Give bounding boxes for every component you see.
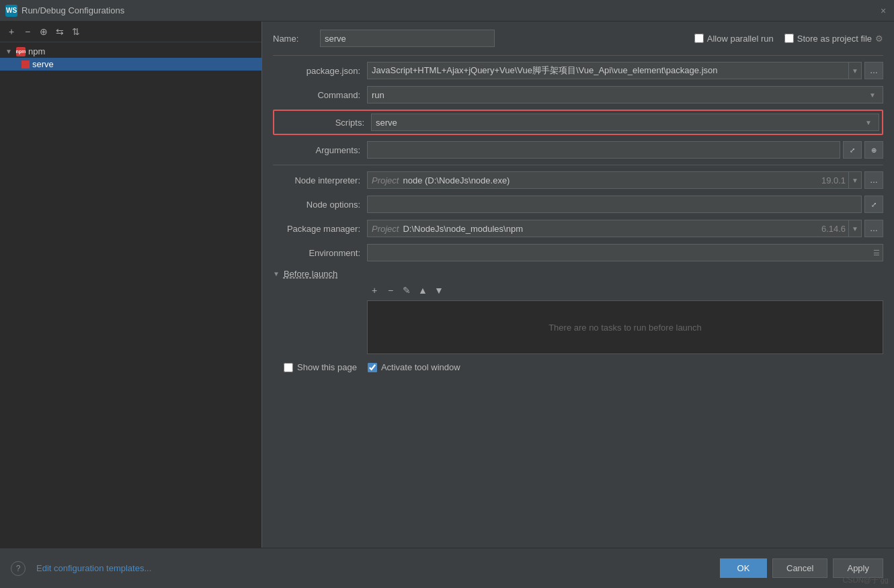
before-launch-up-button[interactable]: ▲ — [415, 283, 430, 298]
sort-config-button[interactable]: ⇅ — [69, 24, 83, 39]
command-combo[interactable]: ▼ — [367, 86, 883, 103]
command-dropdown-arrow[interactable]: ▼ — [866, 91, 879, 99]
show-this-page-label: Show this page — [297, 362, 357, 372]
before-launch-add-button[interactable]: + — [367, 283, 382, 298]
name-input[interactable] — [320, 30, 495, 47]
npm-icon: npm — [16, 47, 26, 56]
arguments-row: Arguments: ⤢ ⊕ — [273, 140, 883, 159]
store-as-project-checkbox[interactable] — [784, 34, 794, 43]
arguments-input-container[interactable] — [367, 141, 840, 159]
arguments-browse-button[interactable]: ⊕ — [864, 141, 883, 159]
edit-templates-link[interactable]: Edit configuration templates... — [36, 563, 151, 573]
node-interp-browse-button[interactable]: … — [864, 171, 883, 189]
node-interp-project-text: Project — [368, 175, 403, 185]
show-this-page-checkbox[interactable] — [284, 363, 293, 372]
footer-left: ? Edit configuration templates... — [11, 561, 720, 576]
bottom-checkboxes: Show this page Activate tool window — [273, 362, 883, 372]
command-input[interactable] — [372, 90, 866, 100]
left-toolbar: + − ⊕ ⇆ ⇅ — [0, 22, 261, 42]
node-interpreter-field: Project node (D:\NodeJs\node.exe) 19.0.1… — [367, 171, 883, 189]
activate-tool-window-checkbox[interactable] — [368, 363, 377, 372]
right-panel: Name: Allow parallel run Store as projec… — [262, 22, 894, 548]
title-bar: WS Run/Debug Configurations × — [0, 0, 894, 22]
header-checkboxes: Allow parallel run Store as project file… — [694, 34, 883, 44]
ok-button[interactable]: OK — [720, 558, 767, 578]
package-manager-label: Package manager: — [273, 224, 367, 234]
package-json-browse-button[interactable]: … — [864, 62, 883, 79]
close-button[interactable]: × — [878, 5, 889, 16]
command-label: Command: — [273, 90, 367, 100]
pkg-mgr-dropdown[interactable]: ▼ — [848, 220, 861, 237]
scripts-dropdown-arrow[interactable]: ▼ — [862, 119, 875, 126]
tree-item-npm[interactable]: ▼ npm npm — [0, 45, 261, 58]
scripts-input[interactable] — [376, 118, 862, 128]
allow-parallel-label: Allow parallel run — [707, 34, 774, 44]
node-options-label: Node options: — [273, 200, 367, 210]
before-launch-title: Before launch — [284, 269, 337, 279]
copy-config-button[interactable]: ⊕ — [36, 24, 51, 39]
arguments-label: Arguments: — [273, 145, 367, 155]
arguments-field: ⤢ ⊕ — [367, 141, 883, 159]
before-launch-edit-button[interactable]: ✎ — [399, 283, 414, 298]
package-json-row: package.json: JavaScript+HTML+Ajax+jQuer… — [273, 61, 883, 80]
tree-arrow-npm: ▼ — [5, 48, 13, 55]
main-layout: + − ⊕ ⇆ ⇅ ▼ npm npm serve Name: — [0, 22, 894, 548]
package-json-label: package.json: — [273, 66, 367, 76]
package-manager-input[interactable]: Project D:\NodeJs\node_modules\npm 6.14.… — [367, 220, 862, 237]
environment-input[interactable] — [368, 248, 870, 258]
command-row: Command: ▼ — [273, 85, 883, 104]
node-interpreter-input[interactable]: Project node (D:\NodeJs\node.exe) 19.0.1… — [367, 171, 862, 189]
arguments-input[interactable] — [368, 145, 840, 155]
environment-row: Environment: ☰ — [273, 243, 883, 262]
config-tree: ▼ npm npm serve — [0, 42, 261, 548]
move-config-button[interactable]: ⇆ — [52, 24, 67, 39]
before-launch-arrow[interactable]: ▼ — [273, 270, 280, 278]
tree-npm-label: npm — [28, 46, 45, 56]
environment-edit-icon[interactable]: ☰ — [870, 249, 883, 257]
before-launch-header: ▼ Before launch — [273, 269, 883, 279]
activate-tool-window-label: Activate tool window — [381, 362, 460, 372]
before-launch-remove-button[interactable]: − — [383, 283, 398, 298]
before-launch-area: There are no tasks to run before launch — [367, 300, 883, 354]
node-options-input[interactable] — [368, 200, 861, 210]
store-gear-icon[interactable]: ⚙ — [875, 34, 883, 44]
node-interp-dropdown[interactable]: ▼ — [848, 172, 861, 188]
package-json-field: JavaScript+HTML+Ajax+jQuery+Vue\Vue脚手架项目… — [367, 62, 883, 79]
node-options-expand-button[interactable]: ⤢ — [864, 196, 883, 213]
app-icon: WS — [5, 5, 17, 17]
divider-1 — [273, 55, 883, 56]
allow-parallel-checkbox[interactable] — [694, 34, 704, 43]
scripts-highlighted-row: Scripts: ▼ — [273, 110, 883, 135]
scripts-field: ▼ — [371, 114, 879, 131]
package-json-dropdown[interactable]: ▼ — [848, 62, 861, 79]
before-launch-empty-message: There are no tasks to run before launch — [548, 323, 702, 333]
allow-parallel-row: Allow parallel run — [694, 34, 774, 44]
footer: ? Edit configuration templates... OK Can… — [0, 548, 894, 588]
pkg-mgr-version: 6.14.6 — [821, 224, 848, 234]
before-launch-down-button[interactable]: ▼ — [432, 283, 446, 298]
remove-config-button[interactable]: − — [20, 24, 35, 39]
before-launch-toolbar: + − ✎ ▲ ▼ — [273, 283, 883, 298]
cancel-button[interactable]: Cancel — [772, 558, 827, 578]
show-this-page-row: Show this page — [284, 362, 357, 372]
command-field: ▼ — [367, 86, 883, 103]
node-options-input-container[interactable] — [367, 196, 862, 213]
package-json-input[interactable]: JavaScript+HTML+Ajax+jQuery+Vue\Vue脚手架项目… — [367, 62, 862, 79]
arguments-expand-button[interactable]: ⤢ — [843, 141, 862, 159]
left-panel: + − ⊕ ⇆ ⇅ ▼ npm npm serve — [0, 22, 262, 548]
divider-2 — [273, 165, 883, 165]
node-options-row: Node options: ⤢ — [273, 195, 883, 214]
help-button[interactable]: ? — [11, 561, 26, 576]
environment-input-container[interactable]: ☰ — [367, 244, 883, 261]
tree-item-serve[interactable]: serve — [0, 58, 261, 71]
config-header: Name: Allow parallel run Store as projec… — [273, 30, 883, 47]
serve-icon — [22, 60, 30, 69]
scripts-combo[interactable]: ▼ — [371, 114, 879, 131]
add-config-button[interactable]: + — [4, 24, 19, 39]
environment-label: Environment: — [273, 248, 367, 258]
watermark: CSDN@于ˈgg — [842, 575, 889, 585]
pkg-mgr-browse-button[interactable]: … — [864, 220, 883, 237]
node-options-field: ⤢ — [367, 196, 883, 213]
title-bar-text: Run/Debug Configurations — [22, 5, 878, 15]
scripts-label: Scripts: — [277, 118, 371, 128]
